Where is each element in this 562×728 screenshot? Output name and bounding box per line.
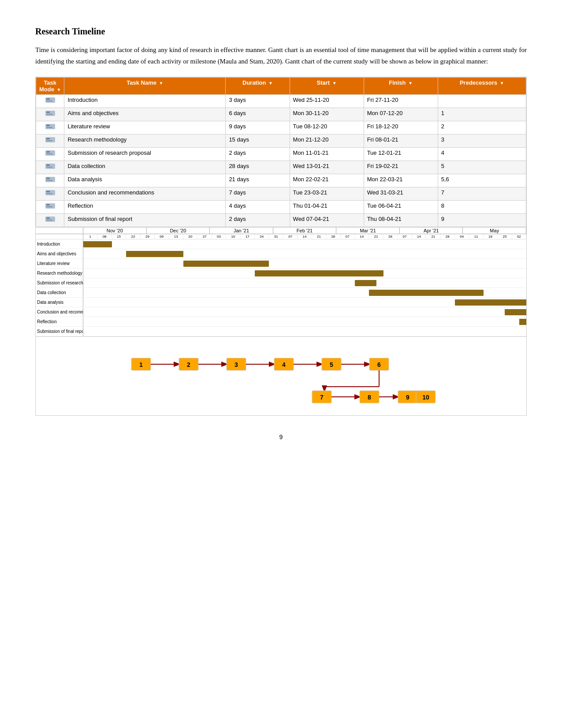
network-diagram: 1 2 3 4 5 6 7 8	[35, 337, 527, 416]
task-mode-cell	[36, 187, 64, 201]
start-cell: Tue 23-03-21	[290, 187, 364, 201]
svg-rect-3	[45, 111, 55, 116]
th-task-mode[interactable]: TaskMode ▼	[36, 78, 64, 95]
svg-rect-5	[46, 114, 52, 115]
table-row: Conclusion and recommendations 7 days Tu…	[36, 187, 526, 201]
table-row: Aims and objectives 6 days Mon 30-11-20 …	[36, 108, 526, 121]
gantt-date-num: 25	[498, 234, 512, 239]
gantt-row-area	[83, 288, 526, 297]
gantt-row-label: Conclusion and recommendations	[36, 307, 83, 317]
gantt-date-num: 21	[426, 234, 440, 239]
svg-text:6: 6	[377, 361, 381, 368]
gantt-date-num: 02	[512, 234, 526, 239]
pred-cell: 7	[438, 187, 526, 201]
gantt-date-num: 29	[141, 234, 155, 239]
task-mode-cell	[36, 108, 64, 121]
gantt-bar-row: Aims and objectives	[36, 249, 526, 259]
svg-text:4: 4	[282, 361, 286, 368]
finish-cell: Fri 27-11-20	[364, 95, 438, 108]
svg-rect-6	[45, 124, 55, 129]
gantt-bars: IntroductionAims and objectivesLiteratur…	[36, 239, 526, 336]
gantt-months: Nov '20Dec '20Jan '21Feb '21Mar '21Apr '…	[83, 228, 526, 234]
svg-rect-8	[46, 127, 52, 128]
gantt-date-num: 14	[298, 234, 312, 239]
gantt-dates-nums: 1081522290613202703101724310714212807142…	[83, 234, 526, 239]
gantt-bar-row: Literature review	[36, 259, 526, 269]
gantt-date-num: 14	[412, 234, 426, 239]
th-duration[interactable]: Duration ▼	[226, 78, 290, 95]
gantt-date-num: 27	[197, 234, 212, 239]
duration-cell: 28 days	[226, 161, 290, 174]
table-row: Research methodology 15 days Mon 21-12-2…	[36, 134, 526, 148]
gantt-bar	[83, 241, 112, 247]
gantt-bar	[355, 280, 376, 286]
table-row: Data analysis 21 days Mon 22-02-21 Mon 2…	[36, 174, 526, 187]
gantt-bar	[183, 261, 269, 267]
svg-rect-10	[46, 138, 50, 139]
task-name-cell: Reflection	[64, 201, 226, 214]
table-row: Submission of research proposal 2 days M…	[36, 148, 526, 161]
gantt-month-label: Jan '21	[210, 228, 273, 234]
finish-cell: Thu 08-04-21	[364, 214, 438, 227]
gantt-row-area	[83, 317, 526, 326]
start-cell: Mon 21-12-20	[290, 134, 364, 148]
gantt-month-header: Nov '20Dec '20Jan '21Feb '21Mar '21Apr '…	[36, 228, 526, 234]
gantt-row-area	[83, 278, 526, 287]
svg-text:5: 5	[330, 361, 333, 368]
gantt-date-num: 28	[383, 234, 398, 239]
svg-text:2: 2	[187, 361, 190, 368]
gantt-bar-row: Data collection	[36, 288, 526, 298]
th-predecessors[interactable]: Predecessors ▼	[438, 78, 526, 95]
task-name-cell: Data analysis	[64, 174, 226, 187]
finish-cell: Wed 31-03-21	[364, 187, 438, 201]
task-name-cell: Data collection	[64, 161, 226, 174]
gantt-row-label: Research methodology	[36, 269, 83, 278]
svg-rect-29	[46, 220, 52, 220]
table-row: Literature review 9 days Tue 08-12-20 Fr…	[36, 121, 526, 134]
gantt-row-label: Aims and objectives	[36, 249, 83, 258]
th-task-name[interactable]: Task Name ▼	[64, 78, 226, 95]
task-name-cell: Literature review	[64, 121, 226, 134]
duration-cell: 6 days	[226, 108, 290, 121]
svg-rect-16	[46, 164, 50, 166]
task-mode-cell	[36, 161, 64, 174]
gantt-row-area	[83, 239, 526, 249]
svg-rect-7	[46, 125, 50, 126]
gantt-month-label: Dec '20	[147, 228, 210, 234]
svg-rect-17	[46, 167, 52, 168]
pred-cell: 1	[438, 108, 526, 121]
th-finish[interactable]: Finish ▼	[364, 78, 438, 95]
start-cell: Tue 08-12-20	[290, 121, 364, 134]
finish-cell: Mon 07-12-20	[364, 108, 438, 121]
start-cell: Wed 07-04-21	[290, 214, 364, 227]
finish-cell: Mon 22-03-21	[364, 174, 438, 187]
svg-text:7: 7	[320, 394, 324, 401]
gantt-date-num: 07	[341, 234, 355, 239]
section-title: Research Timeline	[35, 26, 527, 37]
task-mode-cell	[36, 95, 64, 108]
task-name-cell: Submission of research proposal	[64, 148, 226, 161]
gantt-date-num: 22	[126, 234, 140, 239]
gantt-date-num: 08	[97, 234, 112, 239]
svg-rect-27	[45, 217, 55, 222]
gantt-date-num: 21	[369, 234, 383, 239]
gantt-bar	[369, 290, 483, 296]
pred-cell: 9	[438, 214, 526, 227]
th-start[interactable]: Start ▼	[290, 78, 364, 95]
gantt-bar-row: Reflection	[36, 317, 526, 327]
gantt-row-area	[83, 259, 526, 268]
gantt-date-num: 07	[283, 234, 298, 239]
finish-cell: Tue 06-04-21	[364, 201, 438, 214]
gantt-row-label: Introduction	[36, 239, 83, 249]
start-cell: Mon 22-02-21	[290, 174, 364, 187]
gantt-bar-row: Submission of final report	[36, 327, 526, 336]
svg-rect-28	[46, 217, 50, 219]
gantt-bar	[519, 319, 527, 325]
svg-rect-25	[46, 204, 50, 205]
gantt-bar	[255, 270, 383, 276]
start-cell: Thu 01-04-21	[290, 201, 364, 214]
task-name-cell: Submission of final report	[64, 214, 226, 227]
task-name-cell: Research methodology	[64, 134, 226, 148]
svg-rect-22	[46, 191, 50, 192]
svg-rect-4	[46, 112, 50, 113]
